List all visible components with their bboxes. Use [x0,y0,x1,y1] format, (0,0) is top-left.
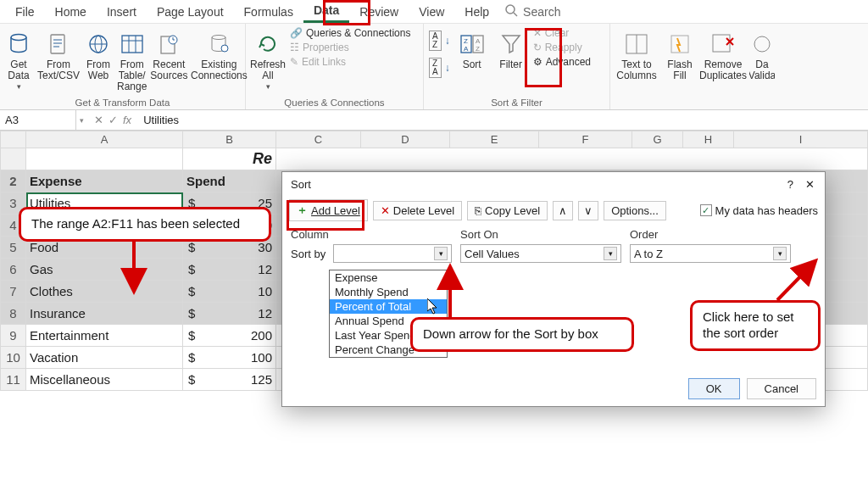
flash-fill-button[interactable]: Flash Fill [663,27,697,81]
row-header[interactable]: 2 [1,170,26,192]
tab-view[interactable]: View [409,2,454,22]
row-header[interactable]: 9 [1,325,26,347]
advanced-label: Advanced [546,56,591,68]
dialog-help-button[interactable]: ? [787,178,793,191]
tab-data[interactable]: Data [303,0,349,23]
cell[interactable]: Gas [26,259,183,281]
cell[interactable]: 125 [183,369,276,391]
sort-label: Sort [463,59,481,70]
edit-links-button[interactable]: ✎Edit Links [290,56,410,68]
row-header[interactable]: 10 [1,347,26,369]
ribbon-search[interactable]: Search [499,3,560,20]
ok-button[interactable]: OK [688,378,740,399]
name-box[interactable]: A3 [0,110,76,130]
cell[interactable]: 12 [183,303,276,325]
cell[interactable]: Clothes [26,281,183,303]
tab-help[interactable]: Help [454,2,499,22]
row-header[interactable]: 11 [1,369,26,391]
clear-button[interactable]: ✕Clear [533,27,591,39]
sort-button[interactable]: ZAAZ Sort [455,27,489,70]
clear-label: Clear [545,27,570,39]
clear-icon: ✕ [533,27,542,39]
order-dropdown[interactable]: A to Z▾ [630,244,791,263]
sort-ascending-button[interactable]: AZ↓ [429,31,450,51]
tab-page-layout[interactable]: Page Layout [147,2,234,22]
refresh-all-button[interactable]: Refresh All ▾ [251,27,285,92]
move-down-button[interactable]: ∨ [578,201,598,220]
cell[interactable]: Entertainment [26,325,183,347]
options-button[interactable]: Options... [604,201,666,220]
existing-connections-button[interactable]: Existing Connections [191,27,247,81]
recent-sources-button[interactable]: Recent Sources [152,27,186,81]
group-label-sort-filter: Sort & Filter [429,96,604,108]
col-header-I[interactable]: I [734,131,868,148]
queries-connections-button[interactable]: 🔗Queries & Connections [290,27,410,39]
col-header-F[interactable]: F [539,131,632,148]
row-header[interactable]: 6 [1,259,26,281]
add-level-button[interactable]: ＋Add Level [289,199,368,221]
annotation-text: The range A2:F11 has been selected [31,216,240,231]
cell[interactable]: 200 [183,325,276,347]
cell[interactable]: Spend [183,170,276,192]
has-headers-label: My data has headers [715,204,818,217]
name-box-caret-icon[interactable]: ▾ [76,116,87,125]
advanced-icon: ⚙ [533,56,542,68]
has-headers-checkbox[interactable]: ✓My data has headers [700,204,818,217]
dialog-titlebar[interactable]: Sort ? ✕ [282,172,825,196]
from-table-range-button[interactable]: From Table/ Range [117,27,147,93]
reapply-button[interactable]: ↻Reapply [533,42,591,53]
cancel-button[interactable]: Cancel [747,378,816,399]
properties-button[interactable]: ☷Properties [290,42,410,53]
tab-home[interactable]: Home [45,2,97,22]
dropdown-option[interactable]: Monthly Spend [330,285,447,299]
copy-level-button[interactable]: ⎘Copy Level [467,201,548,220]
move-up-button[interactable]: ∧ [553,201,573,220]
data-validation-button[interactable]: DaValida [749,27,775,81]
row-header[interactable]: 7 [1,281,26,303]
cell[interactable]: Expense [26,170,183,192]
group-get-transform: Get Data ▾ From Text/CSV From Web From T… [0,24,246,109]
col-header-D[interactable]: D [361,131,450,148]
sort-descending-button[interactable]: ZA↓ [429,58,450,78]
text-to-columns-button[interactable]: Text to Columns [615,27,658,81]
sort-by-caret-icon[interactable]: ▾ [434,247,448,260]
tab-insert[interactable]: Insert [97,2,147,22]
cell[interactable]: 100 [183,347,276,369]
from-web-button[interactable]: From Web [85,27,112,81]
cell[interactable]: 10 [183,281,276,303]
col-header-G[interactable]: G [632,131,683,148]
text-columns-icon [623,31,650,58]
dialog-close-button[interactable]: ✕ [800,178,820,191]
cancel-formula-icon[interactable]: ✕ [94,114,103,126]
col-header-A[interactable]: A [26,131,183,148]
cell[interactable]: Vacation [26,347,183,369]
tab-review[interactable]: Review [349,2,409,22]
enter-formula-icon[interactable]: ✓ [108,114,118,126]
sort-on-dropdown[interactable]: Cell Values▾ [460,244,621,263]
fx-icon[interactable]: fx [123,114,131,126]
cell[interactable]: Insurance [26,303,183,325]
properties-icon: ☷ [290,42,299,53]
tab-formulas[interactable]: Formulas [234,2,303,22]
cell[interactable]: 12 [183,259,276,281]
col-header-H[interactable]: H [683,131,734,148]
row-header[interactable]: 8 [1,303,26,325]
order-caret-icon[interactable]: ▾ [773,247,787,260]
delete-level-button[interactable]: ✕Delete Level [373,201,462,220]
sort-on-caret-icon[interactable]: ▾ [604,247,617,260]
sort-by-dropdown[interactable]: ▾ [333,244,452,263]
from-text-csv-button[interactable]: From Text/CSV [37,27,80,81]
remove-duplicates-button[interactable]: Remove Duplicates [702,27,744,81]
column-headers[interactable]: A B C D E F G H I [1,131,868,148]
col-header-C[interactable]: C [276,131,361,148]
col-header-E[interactable]: E [450,131,539,148]
dropdown-option[interactable]: Expense [330,270,447,285]
advanced-button[interactable]: ⚙Advanced [533,56,591,68]
tab-file[interactable]: File [5,2,45,22]
formula-input[interactable]: Utilities [138,114,868,126]
filter-button[interactable]: Filter [494,27,528,70]
get-data-button[interactable]: Get Data ▾ [5,27,32,92]
cell[interactable]: Miscellaneous [26,369,183,391]
group-sort-filter: AZ↓ ZA↓ ZAAZ Sort Filter ✕Clear ↻Reapply… [424,24,610,109]
col-header-B[interactable]: B [183,131,276,148]
